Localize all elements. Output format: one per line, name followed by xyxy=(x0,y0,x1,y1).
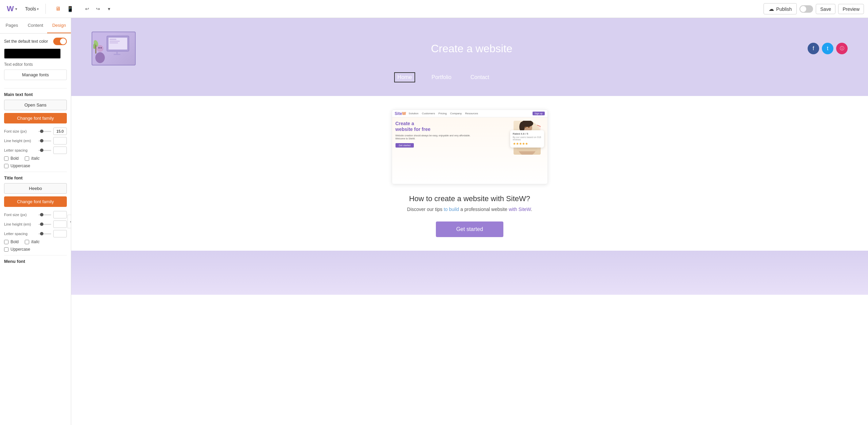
title-font-name-display: Heebo xyxy=(4,183,67,194)
tools-chevron-icon: ▾ xyxy=(37,7,39,11)
mobile-icon: 📱 xyxy=(67,6,74,12)
canvas-area[interactable]: Create a website f t ⓘ Home xyxy=(71,18,868,425)
main-line-height-thumb[interactable] xyxy=(40,139,43,142)
main-line-height-input[interactable] xyxy=(53,137,67,144)
discover-text: Discover our tips to build a professiona… xyxy=(407,207,532,212)
mini-nav-solution: Solution xyxy=(409,112,419,115)
undo-redo-controls: ↩ ↪ ▾ xyxy=(82,4,114,14)
nav-portfolio[interactable]: Portfolio xyxy=(429,73,454,82)
main-line-height-slider-container xyxy=(38,140,51,141)
title-line-height-row: Line height (em) xyxy=(4,220,67,228)
tab-design[interactable]: Design xyxy=(47,18,71,33)
mini-nav-resources: Resources xyxy=(465,112,478,115)
history-button[interactable]: ▾ xyxy=(104,4,114,14)
text-color-swatch[interactable] xyxy=(4,49,61,59)
mini-topbar: SiteW Solution Customers Pricing Company… xyxy=(392,110,547,117)
title-bold-label: Bold xyxy=(11,239,19,244)
hero-nav: Home Portfolio Contact xyxy=(394,72,492,82)
main-italic-label: Italic xyxy=(31,156,40,161)
save-button[interactable]: Save xyxy=(816,4,835,14)
main-font-size-thumb[interactable] xyxy=(40,130,43,133)
main-font-size-input[interactable] xyxy=(53,128,67,135)
title-italic-checkbox[interactable] xyxy=(25,240,29,244)
main-uppercase-checkbox[interactable] xyxy=(4,164,8,168)
default-text-color-toggle[interactable] xyxy=(53,38,67,45)
title-letter-spacing-track xyxy=(38,233,51,234)
desktop-view-button[interactable]: 🖥 xyxy=(53,3,63,14)
discover-text-pre: Discover our tips xyxy=(407,207,444,212)
undo-button[interactable]: ↩ xyxy=(82,4,92,14)
preview-button[interactable]: Preview xyxy=(838,4,864,14)
title-uppercase-checkbox[interactable] xyxy=(4,247,8,252)
main-letter-spacing-label: Letter spacing xyxy=(4,148,36,152)
discover-text-end: . xyxy=(531,207,532,212)
redo-icon: ↪ xyxy=(96,6,100,12)
twitter-icon[interactable]: t xyxy=(822,43,833,54)
title-bold-checkbox[interactable] xyxy=(4,240,8,244)
how-to-title: How to create a website with SiteW? xyxy=(409,194,530,203)
title-letter-spacing-label: Letter spacing xyxy=(4,232,36,236)
main-bold-checkbox[interactable] xyxy=(4,156,8,161)
main-letter-spacing-track xyxy=(38,150,51,151)
title-change-font-button[interactable]: Change font family xyxy=(4,196,67,207)
toolbar-right: ☁ Publish Save Preview xyxy=(764,3,864,15)
history-chevron-icon: ▾ xyxy=(108,6,110,12)
main-uppercase-label: Uppercase xyxy=(11,163,30,168)
tab-pages[interactable]: Pages xyxy=(0,18,24,33)
nav-home[interactable]: Home xyxy=(394,72,416,82)
toolbar-divider-1 xyxy=(45,4,46,14)
title-font-size-label: Font size (px) xyxy=(4,213,36,217)
title-line-height-thumb[interactable] xyxy=(40,223,43,226)
instagram-icon[interactable]: ⓘ xyxy=(836,43,848,54)
main-letter-spacing-input[interactable] xyxy=(53,147,67,154)
main-bold-label: Bold xyxy=(11,156,19,161)
main-font-size-slider-container xyxy=(38,131,51,132)
mini-content-area: Create a website for free Website creati… xyxy=(392,117,547,151)
publish-toggle[interactable] xyxy=(799,5,813,13)
main-change-font-button[interactable]: Change font family xyxy=(4,113,67,123)
tab-content[interactable]: Content xyxy=(24,18,47,33)
title-uppercase-label: Uppercase xyxy=(11,247,30,252)
redo-button[interactable]: ↪ xyxy=(93,4,103,14)
svg-rect-5 xyxy=(116,51,118,54)
logo-button[interactable]: W ▾ xyxy=(4,3,20,15)
title-line-height-label: Line height (em) xyxy=(4,222,36,226)
instagram-letter: ⓘ xyxy=(840,45,844,52)
tools-menu-button[interactable]: Tools ▾ xyxy=(22,5,42,13)
hero-top: Create a website f t ⓘ xyxy=(92,32,848,65)
mobile-view-button[interactable]: 📱 xyxy=(65,3,76,14)
mini-nav-company: Company xyxy=(450,112,462,115)
title-font-size-track xyxy=(38,214,51,215)
manage-fonts-button[interactable]: Manage fonts xyxy=(4,70,67,80)
discover-text-highlight1: to build xyxy=(444,207,459,212)
title-line-height-input[interactable] xyxy=(53,220,67,228)
get-started-button[interactable]: Get started xyxy=(436,221,503,237)
main-font-size-label: Font size (px) xyxy=(4,129,36,133)
title-italic-label: Italic xyxy=(31,239,40,244)
title-font-size-thumb[interactable] xyxy=(40,213,43,216)
mini-site-screenshot: SiteW Solution Customers Pricing Company… xyxy=(392,110,548,184)
main-uppercase-row: Uppercase xyxy=(4,163,67,168)
sidebar-collapse-button[interactable]: ◀ xyxy=(67,215,71,228)
facebook-icon[interactable]: f xyxy=(808,43,819,54)
main-line-height-track xyxy=(38,140,51,141)
hero-logo-image xyxy=(92,32,136,65)
nav-contact[interactable]: Contact xyxy=(468,73,492,82)
svg-rect-2 xyxy=(110,39,116,40)
publish-button[interactable]: ☁ Publish xyxy=(764,3,797,15)
hero-section: Create a website f t ⓘ Home xyxy=(71,18,868,96)
title-letter-spacing-input[interactable] xyxy=(53,230,67,237)
main-font-size-track xyxy=(38,131,51,132)
title-font-size-input[interactable] xyxy=(53,211,67,218)
main-italic-checkbox[interactable] xyxy=(25,156,29,161)
main-line-height-label: Line height (em) xyxy=(4,139,36,143)
title-uppercase-row: Uppercase xyxy=(4,247,67,252)
title-letter-spacing-thumb[interactable] xyxy=(40,232,43,235)
mini-rating-title: Rated 4.8 / 5 xyxy=(513,132,541,135)
mini-heading-line1: Create a xyxy=(396,121,414,126)
desktop-icon: 🖥 xyxy=(55,6,61,12)
title-font-size-row: Font size (px) xyxy=(4,211,67,218)
discover-text-highlight2: with SiteW xyxy=(509,207,531,212)
main-letter-spacing-thumb[interactable] xyxy=(40,149,43,152)
mini-signup-btn: Sign up xyxy=(533,112,545,115)
